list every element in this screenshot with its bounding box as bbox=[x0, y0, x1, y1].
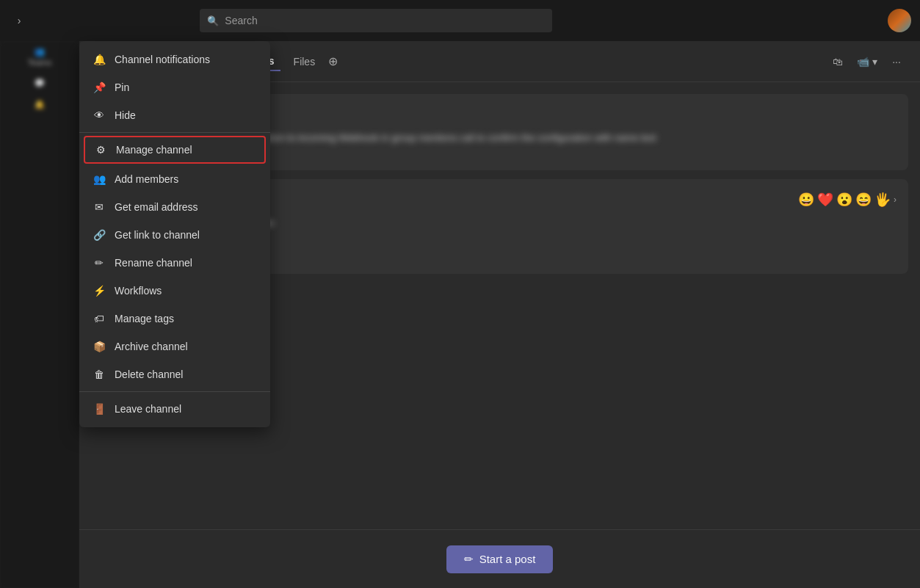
gear-icon: ⚙ bbox=[94, 143, 107, 156]
nav-forward-button[interactable]: › bbox=[9, 10, 29, 31]
context-menu: 🔔 Channel notifications 📌 Pin 👁 Hide ⚙ M… bbox=[79, 41, 270, 427]
menu-label-manage-channel: Manage channel bbox=[116, 144, 192, 156]
menu-item-get-email[interactable]: ✉ Get email address bbox=[79, 193, 270, 221]
menu-item-leave[interactable]: 🚪 Leave channel bbox=[79, 395, 270, 423]
menu-label-delete: Delete channel bbox=[115, 369, 183, 380]
workflows-icon: ⚡ bbox=[93, 284, 106, 297]
header-actions: 🛍 📹 ▾ ··· bbox=[826, 50, 908, 73]
add-members-icon: 👥 bbox=[93, 173, 106, 186]
sidebar: 👥 Teams 💬 🔔 bbox=[0, 41, 79, 588]
menu-divider-1 bbox=[79, 132, 270, 133]
search-icon: 🔍 bbox=[207, 15, 219, 26]
start-post-button[interactable]: ✏ Start a post bbox=[446, 545, 554, 573]
delete-icon: 🗑 bbox=[93, 368, 106, 381]
menu-label-get-link: Get link to channel bbox=[115, 229, 200, 241]
search-bar[interactable]: 🔍 Search bbox=[200, 9, 552, 32]
reaction-wow[interactable]: 😮 bbox=[836, 192, 852, 208]
menu-item-channel-notifications[interactable]: 🔔 Channel notifications bbox=[79, 46, 270, 73]
reaction-more[interactable]: › bbox=[894, 195, 897, 205]
tags-icon: 🏷 bbox=[93, 312, 106, 325]
menu-item-delete[interactable]: 🗑 Delete channel bbox=[79, 360, 270, 388]
menu-label-rename: Rename channel bbox=[115, 257, 192, 269]
pin-icon: 📌 bbox=[93, 81, 106, 94]
tab-files[interactable]: Files bbox=[288, 53, 322, 70]
sidebar-item-item1[interactable]: 💬 bbox=[0, 73, 79, 94]
menu-label-pin: Pin bbox=[115, 81, 129, 93]
menu-label-leave: Leave channel bbox=[115, 403, 181, 415]
reaction-hand[interactable]: 🖐 bbox=[874, 192, 891, 208]
reaction-smile[interactable]: 😄 bbox=[855, 192, 872, 208]
bottom-bar: ✏ Start a post bbox=[79, 529, 920, 588]
menu-label-manage-tags: Manage tags bbox=[115, 313, 174, 324]
link-icon: 🔗 bbox=[93, 228, 106, 242]
msg-reactions-2: 😀 ❤️ 😮 😄 🖐 › bbox=[798, 192, 897, 208]
menu-label-workflows: Workflows bbox=[115, 285, 162, 297]
menu-label-get-email: Get email address bbox=[115, 201, 198, 213]
menu-item-manage-tags[interactable]: 🏷 Manage tags bbox=[79, 305, 270, 333]
video-call-button[interactable]: 📹 ▾ bbox=[855, 50, 879, 73]
archive-icon: 📦 bbox=[93, 340, 106, 353]
reaction-laugh[interactable]: 😀 bbox=[798, 192, 814, 208]
menu-label-add-members: Add members bbox=[115, 173, 178, 185]
search-placeholder: Search bbox=[225, 15, 257, 26]
reaction-heart[interactable]: ❤️ bbox=[817, 192, 833, 208]
menu-item-hide[interactable]: 👁 Hide bbox=[79, 101, 270, 129]
rename-icon: ✏ bbox=[93, 256, 106, 269]
leave-icon: 🚪 bbox=[93, 402, 106, 415]
start-post-label: Start a post bbox=[479, 553, 536, 565]
top-bar: › 🔍 Search bbox=[0, 0, 920, 41]
add-tab-button[interactable]: ⊕ bbox=[328, 54, 338, 68]
user-avatar[interactable] bbox=[888, 9, 911, 32]
menu-item-add-members[interactable]: 👥 Add members bbox=[79, 165, 270, 193]
notifications-icon: 🔔 bbox=[93, 53, 106, 66]
store-button[interactable]: 🛍 bbox=[826, 50, 850, 73]
sidebar-item-item2[interactable]: 🔔 bbox=[0, 94, 79, 115]
menu-item-archive[interactable]: 📦 Archive channel bbox=[79, 333, 270, 360]
email-icon: ✉ bbox=[93, 200, 106, 214]
more-options-button[interactable]: ··· bbox=[885, 50, 908, 73]
menu-item-workflows[interactable]: ⚡ Workflows bbox=[79, 277, 270, 305]
menu-item-manage-channel[interactable]: ⚙ Manage channel bbox=[84, 136, 266, 164]
start-post-icon: ✏ bbox=[464, 553, 474, 566]
menu-label-hide: Hide bbox=[115, 109, 136, 121]
menu-divider-2 bbox=[79, 391, 270, 392]
menu-item-pin[interactable]: 📌 Pin bbox=[79, 73, 270, 101]
sidebar-item-teams[interactable]: 👥 Teams bbox=[0, 41, 79, 73]
menu-label-channel-notifications: Channel notifications bbox=[115, 54, 210, 65]
menu-item-get-link[interactable]: 🔗 Get link to channel bbox=[79, 221, 270, 249]
hide-icon: 👁 bbox=[93, 109, 106, 122]
menu-item-rename[interactable]: ✏ Rename channel bbox=[79, 249, 270, 277]
menu-label-archive: Archive channel bbox=[115, 341, 188, 352]
